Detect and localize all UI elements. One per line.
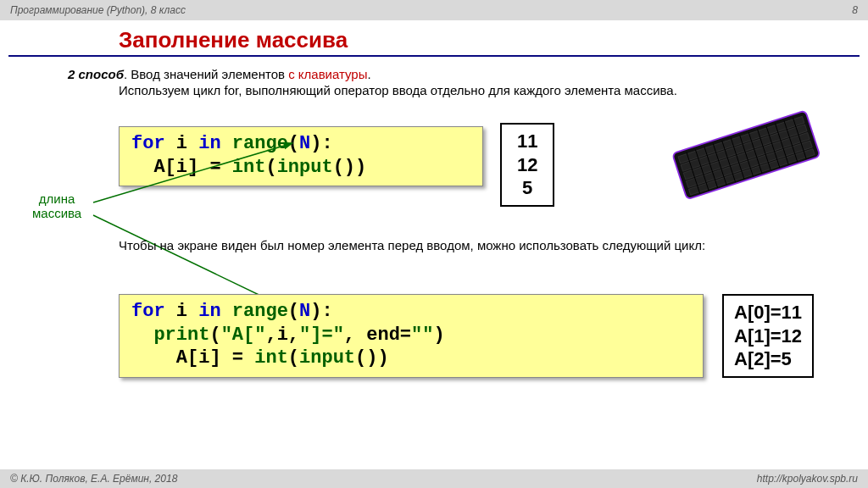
bottombar: © К.Ю. Поляков, Е.А. Ерёмин, 2018 http:/… [0, 469, 868, 488]
out1-l1: 11 [517, 130, 537, 153]
page-number: 8 [852, 0, 858, 20]
keyboard-highlight: с клавиатуры [288, 67, 367, 81]
out2-l1: A[0]=11 [734, 301, 802, 324]
code-block-1: for i in range(N): A[i] = int(input()) [119, 126, 483, 186]
out1-l2: 12 [517, 153, 537, 177]
paragraph-method: 2 способ. Ввод значений элементов с клав… [68, 67, 851, 81]
keyboard-image [661, 108, 831, 201]
copyright: © К.Ю. Поляков, Е.А. Ерёмин, 2018 [10, 469, 177, 488]
paragraph-variant: Чтобы на экране виден был номер элемента… [119, 238, 817, 252]
method-label: 2 способ [68, 67, 124, 81]
output-box-2: A[0]=11 A[1]=12 A[2]=5 [722, 294, 814, 378]
note-array-length: длина массива [32, 192, 81, 220]
out2-l2: A[1]=12 [734, 324, 802, 348]
topbar-left: Программирование (Python), 8 класс [10, 0, 186, 20]
paragraph-for-loop: Используем цикл for, выполняющий операто… [119, 83, 851, 97]
output-box-1: 11 12 5 [500, 123, 554, 207]
code-block-2: for i in range(N): print("A[",i,"]=", en… [119, 294, 704, 378]
content: 2 способ. Ввод значений элементов с клав… [17, 67, 851, 97]
page-title: Заполнение массива [119, 27, 868, 53]
out2-l3: A[2]=5 [734, 347, 802, 371]
topbar: Программирование (Python), 8 класс 8 [0, 0, 868, 20]
url: http://kpolyakov.spb.ru [757, 469, 858, 488]
out1-l3: 5 [517, 176, 537, 200]
title-rule [8, 55, 860, 57]
